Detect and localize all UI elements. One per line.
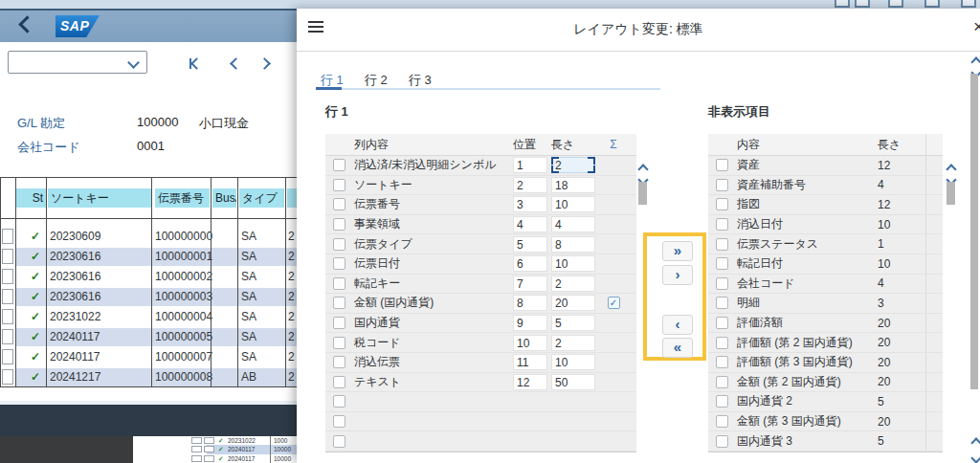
- column-header-type[interactable]: タイプ: [239, 188, 284, 208]
- row-selector[interactable]: [2, 249, 13, 264]
- length-cell[interactable]: 2: [551, 335, 595, 351]
- column-content-cell[interactable]: ソートキー: [352, 177, 513, 193]
- position-cell[interactable]: 3: [513, 196, 547, 212]
- field-content-cell[interactable]: 国内通貨 2: [735, 393, 878, 409]
- position-cell[interactable]: 4: [513, 216, 547, 232]
- column-content-cell[interactable]: 伝票番号: [352, 196, 513, 212]
- row-selector[interactable]: [2, 309, 13, 324]
- field-content-cell[interactable]: 指図: [735, 196, 878, 212]
- layout-column-row[interactable]: 伝票番号 3 10: [325, 195, 636, 215]
- row-checkbox[interactable]: [716, 356, 728, 368]
- row-checkbox[interactable]: [333, 179, 345, 191]
- row-selector[interactable]: [2, 369, 13, 385]
- header-sum[interactable]: Σ: [599, 138, 628, 151]
- position-cell[interactable]: 5: [513, 236, 547, 253]
- window-icon[interactable]: [961, 0, 976, 8]
- length-cell[interactable]: 2: [551, 276, 595, 292]
- row-checkbox[interactable]: [333, 337, 345, 349]
- hidden-field-row[interactable]: 金額 (第 3 国内通貨) 20: [708, 412, 943, 432]
- hidden-field-row[interactable]: 資産 12: [708, 156, 943, 176]
- table-row[interactable]: ✓20240117100000007SA2: [0, 347, 298, 367]
- row-checkbox[interactable]: [333, 277, 345, 290]
- row-checkbox[interactable]: [333, 159, 345, 171]
- window-icon[interactable]: [888, 0, 903, 8]
- row-checkbox[interactable]: [716, 238, 728, 251]
- field-content-cell[interactable]: 明細: [735, 295, 878, 311]
- header-content[interactable]: 列内容: [352, 137, 513, 153]
- window-icon[interactable]: [924, 0, 940, 8]
- column-content-cell[interactable]: 伝票タイプ: [352, 236, 513, 253]
- mini-table-row[interactable]: ✓2024011710000: [133, 445, 298, 453]
- column-content-cell[interactable]: 転記キー: [352, 276, 513, 292]
- left-table-scrollbar-thumb[interactable]: [638, 182, 647, 205]
- header-position[interactable]: 位置: [513, 137, 551, 153]
- length-cell[interactable]: 10: [551, 255, 595, 272]
- field-content-cell[interactable]: 転記日付: [735, 255, 878, 272]
- hidden-field-row[interactable]: 評価額 (第 2 国内通貨) 20: [708, 333, 943, 353]
- hidden-field-row[interactable]: 評価済額 20: [708, 314, 943, 334]
- row-checkbox[interactable]: [333, 376, 345, 388]
- row-checkbox[interactable]: [333, 317, 345, 329]
- length-cell[interactable]: 18: [551, 177, 595, 193]
- table-row[interactable]: ✓20240117100000005SA2: [0, 327, 298, 347]
- row-selector[interactable]: [2, 289, 13, 304]
- layout-column-row[interactable]: [325, 392, 636, 412]
- mini-table-row[interactable]: ✓202310221000: [133, 436, 298, 445]
- layout-column-row[interactable]: 伝票日付 6 10: [325, 254, 636, 275]
- layout-column-row[interactable]: 消込済/未消込明細シンボル 1 2: [325, 156, 636, 176]
- field-content-cell[interactable]: 伝票ステータス: [735, 236, 878, 253]
- transaction-combobox[interactable]: [8, 51, 147, 74]
- row-checkbox[interactable]: [716, 218, 728, 231]
- move-left-button[interactable]: ‹: [662, 315, 693, 335]
- table-row[interactable]: ✓20231022100000004SA2: [0, 307, 298, 327]
- layout-column-row[interactable]: 事業領域 4 4: [325, 215, 636, 235]
- row-checkbox[interactable]: [716, 159, 728, 171]
- hidden-field-row[interactable]: 金額 (第 2 国内通貨) 20: [708, 373, 943, 393]
- row-checkbox[interactable]: [716, 337, 728, 349]
- layout-column-row[interactable]: ソートキー 2 18: [325, 176, 636, 196]
- hidden-field-row[interactable]: 明細 3: [708, 294, 943, 314]
- field-content-cell[interactable]: 資産補助番号: [735, 177, 878, 193]
- window-icon[interactable]: [835, 0, 850, 8]
- hidden-field-row[interactable]: 転記日付 10: [708, 254, 943, 275]
- layout-column-row[interactable]: 国内通貨 9 5: [325, 314, 636, 334]
- first-page-button[interactable]: [189, 55, 201, 70]
- column-header-docno[interactable]: 伝票番号: [155, 188, 210, 208]
- row-checkbox[interactable]: [333, 297, 345, 309]
- hidden-field-row[interactable]: 伝票ステータス 1: [708, 234, 943, 254]
- row-selector[interactable]: [2, 269, 13, 284]
- layout-column-row[interactable]: 金額 (国内通貨) 8 20 ✓: [325, 294, 636, 314]
- field-content-cell[interactable]: 評価済額: [735, 315, 878, 331]
- layout-column-row[interactable]: テキスト 12 50: [325, 373, 636, 393]
- row-checkbox[interactable]: [333, 415, 345, 428]
- field-content-cell[interactable]: 資産: [735, 157, 878, 173]
- table-row[interactable]: ✓20241217100000008AB2: [0, 367, 298, 387]
- mini-table-row[interactable]: ✓2024011710000: [133, 454, 298, 463]
- layout-column-row[interactable]: [325, 412, 636, 432]
- dialog-scroll-down-bottom[interactable]: [972, 449, 980, 463]
- column-content-cell[interactable]: 国内通貨: [352, 315, 513, 331]
- row-checkbox[interactable]: [333, 198, 345, 210]
- row-checkbox[interactable]: [716, 297, 728, 309]
- row-checkbox[interactable]: [333, 218, 345, 231]
- header-content[interactable]: 内容: [735, 137, 878, 153]
- layout-column-row[interactable]: 消込伝票 11 10: [325, 353, 636, 373]
- tab-row2[interactable]: 行 2: [365, 72, 388, 89]
- column-content-cell[interactable]: 金額 (国内通貨): [352, 295, 513, 311]
- column-content-cell[interactable]: テキスト: [352, 374, 513, 390]
- row-checkbox[interactable]: [716, 257, 728, 270]
- dialog-scrollbar-thumb[interactable]: [970, 74, 978, 389]
- close-icon[interactable]: ×: [973, 16, 980, 37]
- length-cell[interactable]: 5: [551, 315, 595, 331]
- row-checkbox[interactable]: [333, 238, 345, 251]
- row-checkbox[interactable]: [333, 435, 345, 448]
- length-cell[interactable]: 8: [551, 236, 595, 253]
- hidden-field-row[interactable]: 会社コード 4: [708, 275, 943, 295]
- length-cell[interactable]: 2: [551, 157, 595, 173]
- length-cell[interactable]: 10: [551, 354, 595, 370]
- hidden-field-row[interactable]: 指図 12: [708, 195, 943, 215]
- length-cell[interactable]: 4: [551, 216, 595, 232]
- row-selector[interactable]: [2, 349, 13, 364]
- back-icon[interactable]: [18, 15, 35, 33]
- column-content-cell[interactable]: 事業領域: [352, 216, 513, 232]
